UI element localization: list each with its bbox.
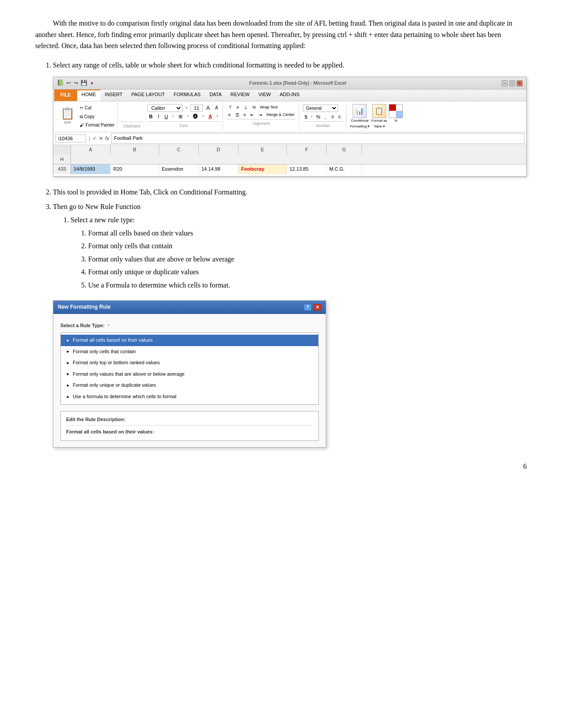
formula-cancel-icon[interactable]: ✕: [99, 134, 103, 143]
redo-icon[interactable]: ↪: [74, 79, 78, 87]
format-as-table-col: 📋 Format as Table ▾: [371, 104, 387, 130]
comma-button[interactable]: ,: [323, 113, 328, 120]
cell-a-433[interactable]: 14/8/1993: [71, 164, 111, 174]
cell-styles-col: N: [389, 104, 403, 124]
col-header-b[interactable]: B: [111, 145, 159, 155]
rule-type-item-2[interactable]: ► Format only top or bottom ranked value…: [61, 357, 318, 369]
increase-decimal-button[interactable]: .0: [329, 114, 336, 120]
underline-button[interactable]: U: [163, 113, 170, 120]
rule-type-item-1[interactable]: ► Format only cells that contain: [61, 346, 318, 358]
styles-row: 📊 Conditional Formatting ▾ 📋 Format as T…: [350, 104, 403, 130]
number-format-row: General: [303, 104, 343, 112]
percent-button[interactable]: %: [314, 113, 322, 120]
menu-data[interactable]: DATA: [205, 90, 226, 101]
dialog-close-button[interactable]: ✕: [313, 304, 321, 311]
bold-button[interactable]: B: [147, 113, 154, 120]
menu-review[interactable]: REVIEW: [226, 90, 254, 101]
rule-type-label-4: Format only unique or duplicate values: [73, 381, 156, 389]
align-center-button[interactable]: ☰: [234, 112, 241, 118]
col-header-g[interactable]: G: [327, 145, 362, 155]
font-shrink-button[interactable]: A: [213, 105, 220, 111]
font-grow-button[interactable]: A: [205, 104, 212, 112]
menu-page-layout[interactable]: PAGE LAYOUT: [127, 90, 169, 101]
formula-fx-icon[interactable]: fx: [105, 134, 109, 143]
font-name-select[interactable]: Calibri: [147, 104, 182, 112]
copy-button[interactable]: ⧉ Copy: [79, 113, 115, 121]
format-painter-button[interactable]: 🖌 Format Painter: [79, 121, 115, 129]
cell-g-433[interactable]: M.C.G.: [327, 164, 362, 174]
align-middle-button[interactable]: ≡: [235, 104, 241, 111]
inner-list-item-1-1: Format all cells based on their values: [88, 228, 527, 239]
col-header-c[interactable]: C: [159, 145, 199, 155]
col-header-e[interactable]: E: [238, 145, 287, 155]
name-box-input[interactable]: [55, 134, 86, 142]
minimize-button[interactable]: ─: [502, 80, 508, 86]
align-bottom-button[interactable]: ⊥: [242, 104, 249, 111]
rule-type-label-2: Format only top or bottom ranked values: [73, 359, 160, 367]
font-drop-icon: ▼: [171, 114, 175, 119]
undo-icon[interactable]: ↩: [67, 79, 71, 87]
wrap-text-button[interactable]: Wrap Text: [258, 104, 279, 110]
decrease-decimal-button[interactable]: 0.: [336, 114, 343, 120]
rule-type-label-3: Format only values that are above or bel…: [73, 370, 185, 378]
col-header-f[interactable]: F: [287, 145, 327, 155]
close-button[interactable]: ✕: [517, 80, 523, 86]
select-rule-type-label: Select a Rule Type: ·: [60, 320, 319, 330]
col-header-d[interactable]: D: [199, 145, 238, 155]
format-as-table-icon: 📋: [372, 104, 386, 118]
fill-color-button[interactable]: 🅐: [191, 113, 200, 120]
cell-f-433[interactable]: 12.13.85: [287, 164, 327, 174]
number-format-select[interactable]: General: [303, 105, 338, 112]
dropdown-icon[interactable]: ▼: [90, 80, 94, 86]
inner-list-1: Select a new rule type: Format all cells…: [71, 214, 527, 291]
formatting-label[interactable]: Formatting ▾: [350, 124, 369, 130]
inner-list-item-1-5: Use a Formula to determine which cells t…: [88, 280, 527, 291]
menu-formulas[interactable]: FORMULAS: [169, 90, 205, 101]
align-left-button[interactable]: ≡: [227, 112, 233, 118]
dialog-help-button[interactable]: ?: [304, 304, 312, 311]
format-as-label: Format as: [371, 118, 387, 124]
orient-button[interactable]: ⟲: [250, 104, 257, 111]
menu-addins[interactable]: ADD-INS: [275, 90, 304, 101]
rule-type-item-4[interactable]: ► Format only unique or duplicate values: [61, 380, 318, 391]
col-header-a[interactable]: A: [71, 145, 111, 155]
rule-type-item-0[interactable]: ► Format all cells based on their values: [61, 335, 318, 346]
cell-b-433[interactable]: R20: [111, 164, 159, 174]
formula-input[interactable]: Football Park: [111, 133, 525, 144]
menu-insert[interactable]: INSERT: [100, 90, 127, 101]
italic-button[interactable]: I: [156, 113, 161, 120]
excel-formula-bar: | ✓ ✕ fx Football Park: [53, 132, 526, 145]
table-label[interactable]: Table ▾: [374, 124, 385, 130]
menu-home[interactable]: HOME: [77, 90, 100, 101]
cell-c-433[interactable]: Essendon: [159, 164, 199, 174]
font-row2: B I U ▼ ⊞ ▼ 🅐 ▼ A ▼: [147, 113, 220, 120]
rule-type-item-5[interactable]: ► Use a formula to determine which cells…: [61, 391, 318, 403]
formula-validate-icon[interactable]: ✓: [93, 134, 97, 143]
col-header-h[interactable]: H: [53, 155, 71, 164]
merge-center-button[interactable]: Merge & Center: [264, 112, 296, 118]
rule-type-arrow-5: ►: [66, 394, 70, 400]
save-icon[interactable]: 💾: [81, 79, 87, 87]
menu-view[interactable]: VIEW: [254, 90, 275, 101]
data-row-433: 433 14/8/1993 R20 Essendon 14.14.98 Foot…: [53, 164, 526, 176]
maximize-button[interactable]: □: [509, 80, 515, 86]
conditional-formatting-icon: 📊: [353, 104, 367, 118]
outer-list-item-1: Select any range of cells, table or whol…: [53, 60, 527, 183]
increase-indent-button[interactable]: ⇥: [257, 112, 264, 118]
cell-d-433[interactable]: 14.14.98: [199, 164, 238, 174]
font-size-input[interactable]: [190, 105, 203, 112]
rule-type-item-3[interactable]: ► Format only values that are above or b…: [61, 369, 318, 380]
font-color-button[interactable]: A: [207, 113, 214, 120]
decrease-indent-button[interactable]: ⇤: [249, 112, 256, 118]
border-button[interactable]: ⊞: [177, 113, 184, 120]
cut-button[interactable]: ✂ Cut: [79, 104, 115, 112]
paste-button[interactable]: 📋 aste: [58, 104, 77, 130]
font-color-drop-icon: ▼: [216, 114, 219, 119]
align-right-button[interactable]: ≡: [242, 112, 248, 118]
menu-file[interactable]: FILE: [54, 90, 77, 101]
font-row1: Calibri ▼ A A: [147, 104, 220, 112]
align-top-button[interactable]: ⊤: [227, 104, 234, 111]
dollar-button[interactable]: $: [303, 113, 309, 120]
cell-h-433[interactable]: [53, 174, 71, 176]
cell-e-433[interactable]: Footscray: [238, 164, 287, 174]
